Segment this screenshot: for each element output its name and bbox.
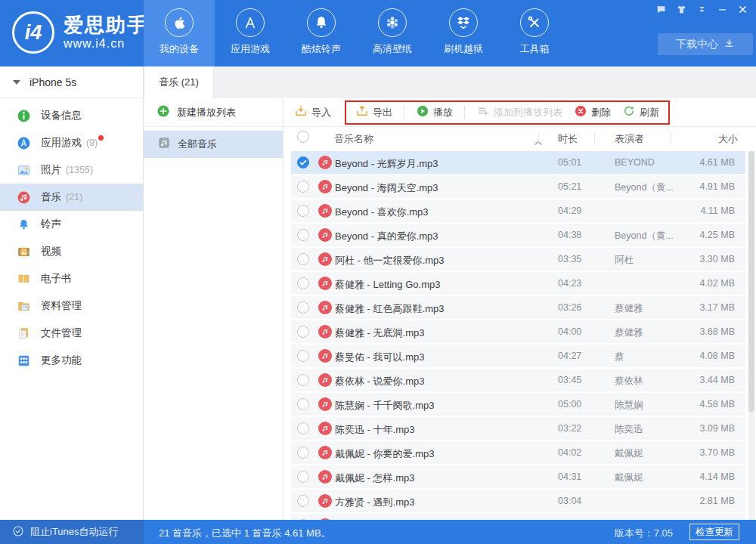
sidebar-item-2[interactable]: 应用游戏 (9) [0, 129, 143, 156]
block-itunes-label: 阻止iTunes自动运行 [30, 525, 119, 539]
music-note-icon [318, 252, 332, 266]
theme-button[interactable] [674, 4, 689, 17]
column-name[interactable]: 音乐名称 [334, 132, 373, 146]
column-duration[interactable]: 时长 [558, 132, 578, 146]
row-checkbox[interactable] [297, 422, 309, 434]
video-icon [16, 244, 31, 259]
table-row-11[interactable]: 陈慧娴 - 千千阕歌.mp3 05:00 陈慧娴 4.58 MB [291, 393, 745, 416]
check-update-button[interactable]: 检查更新 [689, 524, 739, 540]
row-checkbox[interactable] [297, 471, 309, 483]
column-artist[interactable]: 表演者 [615, 132, 644, 146]
row-checkbox[interactable] [297, 205, 309, 217]
music-note-icon [318, 373, 332, 387]
feedback-button[interactable] [653, 4, 668, 17]
row-checkbox[interactable] [297, 253, 309, 265]
row-checkbox[interactable] [297, 447, 309, 459]
export-icon [355, 104, 369, 120]
row-checkbox[interactable] [297, 398, 309, 410]
bell-white-icon [307, 8, 336, 37]
new-playlist-button[interactable]: 新建播放列表 [144, 98, 283, 127]
appstore-white-icon [236, 8, 265, 37]
column-divider [594, 133, 595, 144]
app-window: i4 爱思助手 www.i4.cn 我的设备 应用游戏 酷炫铃声 高清壁纸 刷机… [0, 0, 756, 544]
row-checkbox[interactable] [297, 277, 309, 289]
main-panel: 导入 导出 播放 添加到播放列表 删除 [284, 98, 756, 520]
brand-site: www.i4.cn [64, 36, 148, 51]
music-note-icon [318, 180, 332, 193]
refresh-button[interactable]: 刷新 [622, 104, 659, 120]
row-checkbox[interactable] [297, 229, 309, 241]
sidebar-item-1[interactable]: 设备信息 [0, 102, 143, 129]
toolbar-separator [404, 106, 404, 119]
table-row-1[interactable]: Beyond - 光辉岁月.mp3 05:01 BEYOND 4.61 MB [291, 151, 745, 174]
all-music-item[interactable]: 全部音乐 [144, 131, 283, 158]
column-size[interactable]: 大小 [718, 132, 738, 146]
nav-item-2[interactable]: 应用游戏 [215, 0, 286, 66]
download-icon [723, 38, 735, 51]
sidebar-item-10[interactable]: 更多功能 [0, 347, 143, 374]
download-center-label: 下载中心 [676, 38, 718, 51]
table-row-16[interactable] [291, 514, 745, 520]
download-center-button[interactable]: 下载中心 [658, 33, 753, 55]
tab-music[interactable]: 音乐 (21) [144, 66, 214, 98]
import-button[interactable]: 导入 [294, 104, 331, 120]
row-checkbox[interactable] [297, 495, 309, 507]
row-checkbox[interactable] [297, 374, 309, 386]
table-row-10[interactable]: 蔡依林 - 说爱你.mp3 03:45 蔡依林 3.44 MB [291, 369, 745, 391]
nav-item-3[interactable]: 酷炫铃声 [286, 0, 357, 66]
nav-item-1[interactable]: 我的设备 [144, 0, 215, 66]
table-row-13[interactable]: 戴佩妮 - 你要的爱.mp3 04:02 戴佩妮 3.70 MB [291, 441, 745, 464]
row-checkbox[interactable] [297, 350, 309, 362]
add-to-playlist-button[interactable]: 添加到播放列表 [476, 104, 562, 120]
import-icon [294, 104, 308, 120]
column-divider [671, 133, 671, 144]
sidebar-item-7[interactable]: 电子书 [0, 265, 143, 292]
minimize-button[interactable] [714, 4, 730, 17]
block-itunes-toggle[interactable]: 阻止iTunes自动运行 [0, 520, 144, 544]
delete-button[interactable]: 删除 [574, 104, 611, 120]
table-row-12[interactable]: 陈奕迅 - 十年.mp3 03:22 陈奕迅 3.09 MB [291, 417, 745, 440]
brand-name: 爱思助手 [64, 14, 148, 36]
tray-button[interactable] [694, 4, 709, 17]
sidebar-item-9[interactable]: 文件管理 [0, 320, 143, 347]
appstore-blue-icon [16, 135, 31, 150]
device-name: iPhone 5s [29, 76, 76, 88]
nav-item-6[interactable]: 工具箱 [499, 0, 570, 66]
sidebar-item-4[interactable]: 音乐 (21) [0, 184, 143, 211]
files-icon [16, 326, 31, 341]
row-checkbox[interactable] [297, 301, 309, 314]
sidebar-item-6[interactable]: 视频 [0, 238, 143, 265]
scrollbar-thumb[interactable] [748, 151, 754, 412]
window-controls [653, 4, 750, 17]
close-button[interactable] [735, 4, 750, 17]
table-row-2[interactable]: Beyond - 海阔天空.mp3 05:21 Beyond（黄... 4.91… [291, 175, 745, 198]
row-checkbox[interactable] [297, 181, 309, 193]
device-selector[interactable]: iPhone 5s [0, 66, 143, 98]
table-row-9[interactable]: 蔡旻佑 - 我可以.mp3 04:27 蔡 4.08 MB [291, 345, 745, 367]
header-nav: 我的设备 应用游戏 酷炫铃声 高清壁纸 刷机越狱 工具箱 [144, 0, 570, 66]
scrollbar-track[interactable] [748, 151, 754, 520]
music-note-icon [318, 470, 332, 484]
nav-item-5[interactable]: 刷机越狱 [428, 0, 499, 66]
book-icon [16, 271, 31, 286]
table-row-6[interactable]: 蔡健雅 - Letting Go.mp3 04:23 4.02 MB [291, 272, 745, 295]
sidebar-item-3[interactable]: 照片 (1355) [0, 156, 143, 184]
row-checkbox[interactable] [297, 156, 309, 168]
table-row-8[interactable]: 蔡健雅 - 无底洞.mp3 04:00 蔡健雅 3.68 MB [291, 320, 745, 343]
table-row-14[interactable]: 戴佩妮 - 怎样.mp3 04:31 戴佩妮 4.14 MB [291, 465, 745, 488]
row-checkbox[interactable] [297, 326, 309, 338]
select-all-checkbox[interactable] [297, 131, 309, 143]
table-row-3[interactable]: Beyond - 喜欢你.mp3 04:29 4.11 MB [291, 199, 745, 222]
column-divider [538, 133, 539, 144]
table-row-7[interactable]: 蔡健雅 - 红色高跟鞋.mp3 03:26 蔡健雅 3.17 MB [291, 296, 745, 319]
table-row-4[interactable]: Beyond - 真的爱你.mp3 04:38 Beyond（黄... 4.25… [291, 224, 745, 246]
export-button[interactable]: 导出 [355, 104, 392, 120]
music-note-icon [318, 397, 332, 411]
play-button[interactable]: 播放 [416, 104, 453, 120]
table-row-5[interactable]: 阿杜 - 他一定很爱你.mp3 03:35 阿杜 3.30 MB [291, 248, 745, 270]
table-header: 音乐名称 时长 表演者 大小 [284, 127, 756, 150]
table-row-15[interactable]: 方雅贤 - 遇到.mp3 03:04 2.81 MB [291, 490, 745, 512]
nav-item-4[interactable]: 高清壁纸 [357, 0, 428, 66]
sidebar-item-8[interactable]: 资料管理 [0, 292, 143, 320]
sidebar-item-5[interactable]: 铃声 [0, 211, 143, 238]
